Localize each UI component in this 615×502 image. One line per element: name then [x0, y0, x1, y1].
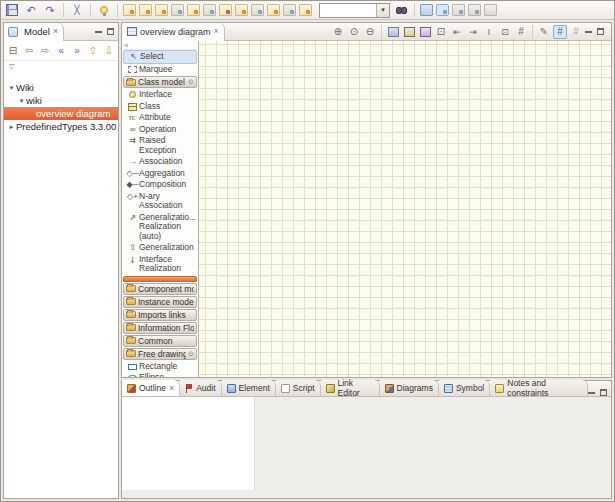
new-datatype-button[interactable]: [219, 4, 232, 16]
filter-menu-button[interactable]: ▽: [9, 63, 14, 71]
palette-collapse-icon[interactable]: ◃: [124, 41, 128, 49]
align-left-icon[interactable]: ⇤: [450, 25, 464, 39]
link-with-editor-toggle[interactable]: [468, 4, 481, 16]
new-constraint-button[interactable]: [283, 4, 296, 16]
new-class-button[interactable]: [139, 4, 152, 16]
page-bounds-icon[interactable]: ⊡: [498, 25, 512, 39]
zoom-in-icon[interactable]: ⊕: [331, 25, 345, 39]
palette-section-class-model[interactable]: Class model ⊙: [123, 76, 197, 88]
move-down-button[interactable]: ⇩: [103, 44, 115, 58]
expander-icon[interactable]: ▾: [7, 84, 16, 92]
tab-symbol[interactable]: Symbol: [439, 380, 490, 396]
tab-model[interactable]: Model ×: [4, 23, 64, 41]
pin-icon[interactable]: ⊙: [188, 78, 194, 86]
tree-item-wiki[interactable]: ▾ wiki: [4, 94, 118, 107]
open-project-button[interactable]: [420, 4, 433, 16]
tool-generalization[interactable]: ⇧ Generalization: [122, 242, 198, 254]
tool-aggregation[interactable]: ◇─ Aggregation: [122, 168, 198, 180]
browse-button[interactable]: [452, 4, 465, 16]
tool-class[interactable]: Class: [122, 101, 198, 113]
tool-select[interactable]: ↖ Select: [123, 50, 197, 64]
fit-page-icon[interactable]: ⊡: [434, 25, 448, 39]
zoom-original-icon[interactable]: ⊙: [347, 25, 361, 39]
maximize-button[interactable]: [107, 28, 114, 35]
expander-icon[interactable]: ▾: [17, 97, 26, 105]
palette-section-component-model[interactable]: Component mo...: [123, 283, 197, 295]
tree-item-overview-diagram[interactable]: overview diagram: [4, 107, 118, 120]
tool-nary-association[interactable]: ◇+ N-ary Association: [122, 191, 198, 212]
export-image-icon[interactable]: [418, 25, 432, 39]
new-dependency-button[interactable]: [299, 4, 312, 16]
tab-diagrams[interactable]: Diagrams: [380, 380, 439, 396]
tab-outline[interactable]: Outline ×: [122, 380, 180, 396]
align-right-icon[interactable]: ⇥: [466, 25, 480, 39]
close-icon[interactable]: ×: [214, 27, 219, 36]
tool-association[interactable]: → Association: [122, 156, 198, 168]
expander-icon[interactable]: ▸: [7, 123, 16, 131]
search-dropdown-button[interactable]: ▾: [376, 4, 389, 17]
hint-button[interactable]: [96, 2, 112, 18]
new-component-button[interactable]: [171, 4, 184, 16]
tree-item-predefined-types[interactable]: ▸ PredefinedTypes 3.3.00: [4, 120, 118, 133]
tool-raised-exception[interactable]: ⇉ Raised Exception: [122, 135, 198, 156]
maximize-button[interactable]: [597, 28, 604, 35]
collapse-all-button[interactable]: ⊟: [7, 44, 19, 58]
navigate-back-button[interactable]: ⇦: [23, 44, 35, 58]
palette-section-free-drawing[interactable]: Free drawing ⊙: [123, 348, 197, 360]
new-usecase-button[interactable]: [187, 4, 200, 16]
new-enumeration-button[interactable]: [235, 4, 248, 16]
find-button[interactable]: [393, 2, 409, 18]
next-link-button[interactable]: »: [71, 44, 83, 58]
properties-button[interactable]: [484, 4, 497, 16]
zoom-out-icon[interactable]: ⊖: [363, 25, 377, 39]
palette-section-information-flows[interactable]: Information Flo...: [123, 322, 197, 334]
pin-icon[interactable]: ⊙: [188, 350, 194, 358]
tool-rectangle[interactable]: Rectangle: [122, 361, 198, 373]
new-package-button[interactable]: [123, 4, 136, 16]
print-icon[interactable]: [386, 25, 400, 39]
grid-visible-toggle-icon[interactable]: #: [553, 25, 567, 39]
tab-script[interactable]: Script: [276, 380, 321, 396]
fit-width-icon[interactable]: I: [482, 25, 496, 39]
redo-button[interactable]: ↷: [42, 2, 58, 18]
snap-to-geometry-icon[interactable]: ✎: [537, 25, 551, 39]
grid-icon[interactable]: #: [514, 25, 528, 39]
palette-section-common[interactable]: Common: [123, 335, 197, 347]
new-note-button[interactable]: [267, 4, 280, 16]
save-button[interactable]: [4, 2, 20, 18]
tree-item-wiki-root[interactable]: ▾ Wiki: [4, 81, 118, 94]
new-actor-button[interactable]: [203, 4, 216, 16]
palette-section-partial[interactable]: [123, 276, 197, 282]
snap-to-grid-icon[interactable]: #: [569, 25, 583, 39]
outline-preview[interactable]: [122, 397, 255, 490]
tool-generalization-realization-auto[interactable]: ⇗ Generalizatio... Realization (auto): [122, 212, 198, 243]
tool-ellipse[interactable]: Ellipse: [122, 372, 198, 377]
new-diagram-button[interactable]: [251, 4, 264, 16]
close-icon[interactable]: ×: [169, 384, 174, 393]
tab-notes-and-constraints[interactable]: Notes and constraints: [490, 380, 588, 396]
save-image-icon[interactable]: [402, 25, 416, 39]
new-interface-button[interactable]: [155, 4, 168, 16]
navigate-forward-button[interactable]: ⇨: [39, 44, 51, 58]
close-icon[interactable]: ×: [53, 27, 58, 36]
search-input[interactable]: [320, 4, 376, 17]
tab-link-editor[interactable]: Link Editor: [321, 380, 380, 396]
tool-operation[interactable]: ∞ Operation: [122, 124, 198, 136]
undo-button[interactable]: ↶: [23, 2, 39, 18]
tool-interface-realization[interactable]: ⊸ Interface Realization: [122, 254, 198, 275]
tool-composition[interactable]: ◆─ Composition: [122, 179, 198, 191]
show-labels-toggle[interactable]: [436, 4, 449, 16]
move-up-button[interactable]: ⇧: [87, 44, 99, 58]
minimize-button[interactable]: [95, 28, 102, 35]
tool-attribute[interactable]: n: Attribute: [122, 112, 198, 124]
tool-interface[interactable]: Interface: [122, 89, 198, 101]
minimize-button[interactable]: [585, 28, 592, 35]
palette-section-imports-links[interactable]: Imports links: [123, 309, 197, 321]
tab-overview-diagram[interactable]: overview diagram ×: [122, 23, 225, 41]
tab-audit[interactable]: Audit: [180, 380, 221, 396]
maximize-button[interactable]: [600, 389, 607, 396]
previous-link-button[interactable]: «: [55, 44, 67, 58]
configure-button[interactable]: ╳: [69, 2, 85, 18]
minimize-button[interactable]: [588, 389, 595, 396]
diagram-canvas[interactable]: [199, 41, 611, 377]
